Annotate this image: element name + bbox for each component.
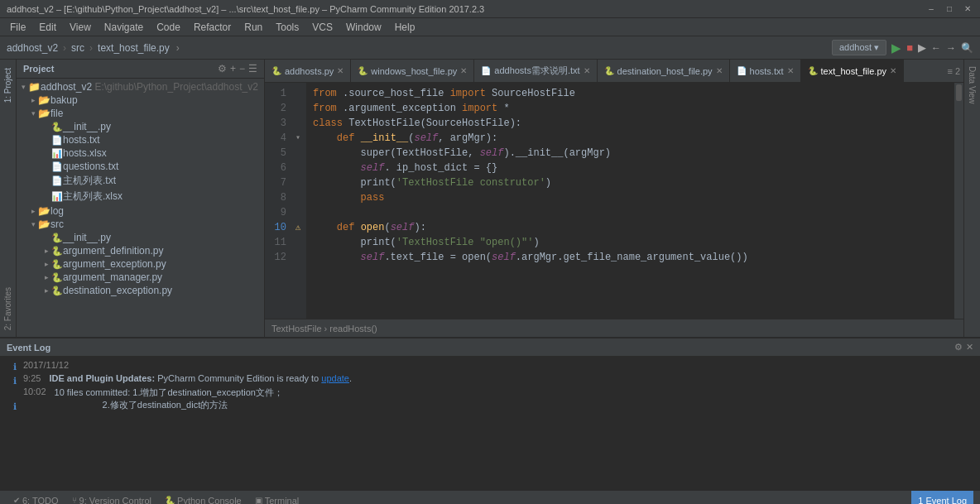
todo-button[interactable]: ✔ 6: TODO [7,496,65,505]
close-button[interactable]: ✕ [962,3,973,15]
tab-actions: ≡ 2 [944,66,963,76]
tree-init-file[interactable]: 🐍 __init__.py [17,120,264,133]
tab-windows-close[interactable]: ✕ [460,66,467,75]
code-editor[interactable]: 1 2 3 4▾ 5 6 7 8 9 10⚠ 11 12 from .sourc… [265,83,963,319]
vcs-button[interactable]: ⑂ 9: Version Control [65,496,158,505]
breadcrumb-src[interactable]: src [71,42,84,54]
tab-hosts-close[interactable]: ✕ [787,66,794,75]
menu-code[interactable]: Code [150,20,187,35]
tree-argmgr[interactable]: ▸ 🐍 argument_manager.py [17,271,264,284]
coverage-button[interactable]: ▶ [918,41,926,54]
root-folder-icon: 📁 [28,81,41,93]
tree-src-folder[interactable]: ▾ 📂 src [17,218,264,231]
event-icon-1: ℹ [13,362,17,372]
nav-forward-button[interactable]: → [946,42,956,54]
event-log-settings-icon[interactable]: ⚙ [954,342,963,353]
python-console-button[interactable]: 🐍 Python Console [158,496,248,505]
tab-text-label: text_host_file.py [821,66,887,76]
run-config-dropdown[interactable]: addhost ▾ [832,40,886,55]
tab-hosts-txt[interactable]: 📄 hosts.txt ✕ [730,60,801,83]
todo-icon: ✔ [13,496,20,504]
tree-src-init[interactable]: 🐍 __init__.py [17,231,264,244]
tab-addhosts[interactable]: 🐍 addhosts.py ✕ [265,60,351,83]
event-log-badge-text: 1 Event Log [918,496,967,505]
tree-hosts-cn-txt[interactable]: 📄 主机列表.txt [17,173,264,189]
code-line-10: def open(self): [313,220,947,235]
menu-refactor[interactable]: Refactor [187,20,238,35]
code-line-6: self. ip_host_dict = {} [313,161,947,175]
event-log-badge[interactable]: 1 Event Log [911,491,973,505]
vertical-scrollbar[interactable] [954,83,963,319]
update-link[interactable]: update [321,373,349,383]
project-header: Project ⚙ + − ☰ [17,60,264,79]
tab-dest-host[interactable]: 🐍 destination_host_file.py ✕ [598,60,730,83]
tree-file-folder[interactable]: ▾ 📂 file [17,107,264,120]
menu-help[interactable]: Help [388,20,422,35]
code-line-1: from .source_host_file import SourceHost… [313,86,947,101]
minimize-button[interactable]: – [925,3,937,15]
tab-addhosts-close[interactable]: ✕ [337,66,343,75]
stop-button[interactable]: ■ [906,41,913,54]
tree-questions-txt[interactable]: 📄 questions.txt [17,160,264,173]
gutter-2: 2 [265,101,306,116]
log-text-1: IDE and Plugin Updates: PyCharm Communit… [49,373,352,383]
tree-hosts-xlsx[interactable]: 📊 hosts.xlsx [17,146,264,160]
file-folder-label: file [50,108,63,119]
tree-bakup[interactable]: ▸ 📂 bakup [17,94,264,107]
sidebar-tab-favorites[interactable]: 2: Favorites [1,281,15,337]
tab-windows-icon: 🐍 [358,66,368,75]
menu-window[interactable]: Window [339,20,388,35]
sidebar-tab-project[interactable]: 1: Project [1,61,15,109]
menu-edit[interactable]: Edit [32,20,63,35]
src-init-label: __init__.py [63,232,111,243]
project-tree: ▾ 📁 addhost_v2 E:\github\Python_Project\… [17,79,264,337]
menu-tools[interactable]: Tools [269,20,305,35]
tab-windows-host[interactable]: 🐍 windows_host_file.py ✕ [351,60,474,83]
nav-back-button[interactable]: ← [931,42,941,54]
menu-run[interactable]: Run [238,20,269,35]
project-expand-icon[interactable]: + [230,63,236,74]
gutter-9: 9 [265,205,306,220]
menu-view[interactable]: View [63,20,98,35]
tree-argdef[interactable]: ▸ 🐍 argument_definition.py [17,244,264,257]
tab-text-close[interactable]: ✕ [890,66,896,75]
menu-bar: File Edit View Navigate Code Refactor Ru… [0,18,980,36]
bakup-label: bakup [50,94,78,106]
breadcrumb-root[interactable]: addhost_v2 [7,42,58,54]
tree-hosts-cn-xlsx[interactable]: 📊 主机列表.xlsx [17,189,264,204]
terminal-button[interactable]: ▣ Terminal [248,496,306,505]
menu-navigate[interactable]: Navigate [98,20,150,35]
tab-addhosts-cn[interactable]: 📄 addhosts需求说明.txt ✕ [474,60,597,83]
gutter-8: 8 [265,190,306,205]
txt-file-icon3: 📄 [51,175,63,186]
tab-text-host[interactable]: 🐍 text_host_file.py ✕ [801,60,905,83]
right-tab-data-view[interactable]: Data View [965,60,979,110]
tree-hosts-txt[interactable]: 📄 hosts.txt [17,133,264,146]
tab-dest-close[interactable]: ✕ [716,66,723,75]
gutter-7: 7 [265,175,306,190]
event-log-close-icon[interactable]: ✕ [966,342,973,353]
breadcrumb-file[interactable]: text_host_file.py [98,42,170,54]
tree-log[interactable]: ▸ 📂 log [17,204,264,218]
tree-argexc[interactable]: ▸ 🐍 argument_exception.py [17,257,264,271]
tree-root[interactable]: ▾ 📁 addhost_v2 E:\github\Python_Project\… [17,80,264,94]
menu-file[interactable]: File [3,20,32,35]
project-settings-icon[interactable]: ⚙ [218,63,227,74]
maximize-button[interactable]: □ [944,3,955,15]
tab-overflow-icon[interactable]: ≡ 2 [947,66,960,76]
gutter-1: 1 [265,86,306,101]
tab-addhosts-cn-close[interactable]: ✕ [584,66,590,75]
project-gear-icon[interactable]: ☰ [248,63,257,74]
search-button[interactable]: 🔍 [961,42,973,54]
tab-addhosts-cn-icon: 📄 [481,66,491,75]
log-entry-2: 10:02 10 files committed: 1.增加了destinati… [23,386,973,411]
menu-vcs[interactable]: VCS [305,20,339,35]
status-bar: ✔ 6: TODO ⑂ 9: Version Control 🐍 Python … [0,490,980,504]
log-folder-icon: 📂 [38,205,50,217]
project-collapse-icon[interactable]: − [239,63,245,74]
run-button[interactable]: ▶ [891,41,901,55]
editor-body[interactable]: from .source_host_file import SourceHost… [306,83,954,319]
left-sidebar-tabs: 1: Project 2: Favorites [0,60,17,337]
tree-destexc[interactable]: ▸ 🐍 destination_exception.py [17,284,264,297]
tab-addhosts-label: addhosts.py [285,66,334,76]
